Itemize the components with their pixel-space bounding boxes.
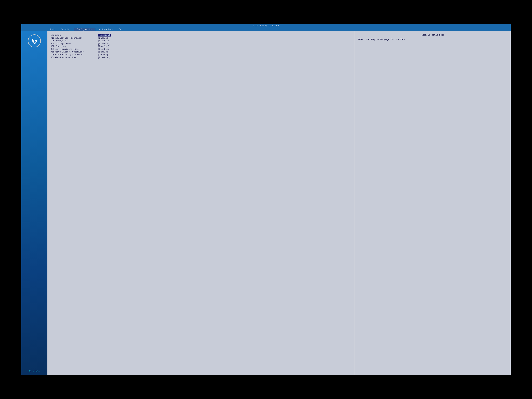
settings-area: Language [English] Virtualization Techno… [47,31,355,375]
setting-label-fan: Fan Always On [51,40,96,42]
setting-value-language: [English] [98,34,111,37]
setting-wake-on-lan[interactable]: S3/S4/S5 Wake on LAN [Disabled] [51,56,352,59]
setting-action-keys[interactable]: Action Keys Mode [Disabled] [51,42,352,45]
setting-value-keyboard-backlight: [30 sec] [98,53,108,56]
setting-label-action-keys: Action Keys Mode [51,42,96,45]
help-panel-text: Select the display language for the BIOS… [358,38,508,41]
setting-value-adaptive-battery: [Enabled] [98,51,109,53]
tab-configuration[interactable]: Configuration [74,28,95,31]
sidebar: hp F1 = Help [21,31,47,375]
tab-boot-options[interactable]: Boot Options [96,28,115,31]
setting-adaptive-battery[interactable]: Adaptive Battery Optimizer [Enabled] [51,51,352,53]
help-panel: Item Specific Help Select the display la… [355,31,511,375]
help-panel-title: Item Specific Help [358,34,508,36]
setting-usb-charging[interactable]: USB Charging [Enabled] [51,45,352,48]
help-shortcut: F1 = Help [29,370,40,373]
setting-language[interactable]: Language [English] [51,34,352,37]
setting-keyboard-backlight[interactable]: Keyboard Backlight Timeout [30 sec] [51,53,352,56]
setting-virtualization[interactable]: Virtualization Technology [Enabled] [51,37,352,39]
hp-logo-text: hp [32,38,37,44]
bios-screen: BIOS Setup Utility Main Security Configu… [21,24,511,375]
setting-value-wake-on-lan: [Disabled] [98,56,111,59]
bios-title: BIOS Setup Utility [21,25,511,28]
setting-value-fan: [Disabled] [98,40,111,42]
setting-value-virtualization: [Enabled] [98,37,109,39]
menu-tabs: Main Security Configuration Boot Options… [21,28,511,31]
menu-bar: BIOS Setup Utility Main Security Configu… [21,24,511,31]
setting-fan[interactable]: Fan Always On [Disabled] [51,40,352,42]
setting-label-adaptive-battery: Adaptive Battery Optimizer [51,51,96,53]
tab-exit[interactable]: Exit [116,28,127,31]
setting-value-battery-time: [Disabled] [98,48,111,50]
hp-logo: hp [28,34,41,47]
tab-main[interactable]: Main [47,28,58,31]
tab-security[interactable]: Security [58,28,74,31]
setting-label-language: Language [51,34,96,36]
setting-label-battery-time: Battery Remaining Time [51,48,96,50]
setting-value-usb-charging: [Enabled] [98,45,109,48]
setting-battery-time[interactable]: Battery Remaining Time [Disabled] [51,48,352,50]
setting-label-virtualization: Virtualization Technology [51,37,96,39]
setting-label-usb-charging: USB Charging [51,45,96,48]
setting-label-keyboard-backlight: Keyboard Backlight Timeout [51,53,96,56]
bios-panel: Language [English] Virtualization Techno… [47,31,511,375]
setting-value-action-keys: [Disabled] [98,42,111,45]
settings-list: Language [English] Virtualization Techno… [51,34,352,373]
main-content: hp F1 = Help Language [English] Virtuali… [21,31,511,375]
setting-label-wake-on-lan: S3/S4/S5 Wake on LAN [51,56,96,59]
